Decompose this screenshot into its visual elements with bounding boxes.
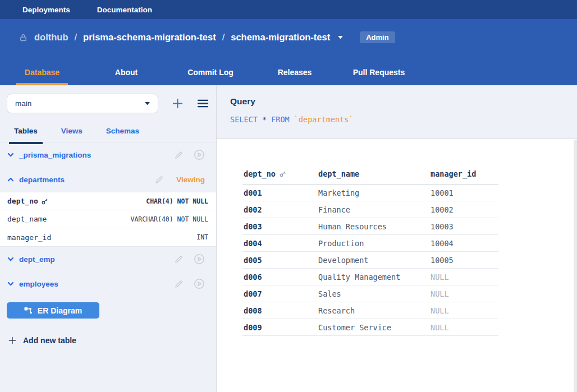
- table-cell: d003: [242, 218, 317, 235]
- table-cell: NULL: [429, 302, 498, 319]
- menu-icon[interactable]: [197, 99, 209, 108]
- add-new-table-button[interactable]: Add new table: [8, 336, 216, 345]
- sidebar-tabs: TablesViewsSchemas: [0, 127, 216, 142]
- chevron-down-icon[interactable]: [7, 255, 15, 263]
- main-content: Query SELECT * FROM `departments` dept_n…: [217, 85, 577, 392]
- table-cell: d006: [242, 269, 317, 285]
- table-cell: d008: [242, 302, 317, 319]
- column-header-manager-id[interactable]: manager_id: [429, 169, 498, 185]
- schema-column-row: dept_noCHAR(4) NOT NULL: [0, 192, 216, 210]
- table-cell: Sales: [317, 285, 429, 302]
- column-name: dept_no: [7, 197, 48, 205]
- column-name: manager_id: [7, 233, 51, 242]
- table-row: d004Production10004: [242, 235, 498, 252]
- breadcrumb-separator: /: [221, 32, 226, 43]
- admin-badge: Admin: [360, 31, 395, 43]
- table-cell: d009: [242, 319, 317, 336]
- table-cell: Production: [317, 235, 429, 252]
- table-row: d003Human Resources10003: [242, 218, 498, 235]
- table-cell: Human Resources: [317, 218, 429, 235]
- repo-tabs: DatabaseAboutCommit LogReleasesPull Requ…: [0, 68, 421, 85]
- sql-query[interactable]: SELECT * FROM `departments`: [230, 115, 577, 124]
- tab-about[interactable]: About: [84, 68, 168, 85]
- branch-selector-value: main: [15, 99, 31, 108]
- sidebar-tab-tables[interactable]: Tables: [14, 127, 38, 135]
- edit-pencil-icon[interactable]: [154, 175, 164, 185]
- table-cell: Quality Management: [317, 269, 429, 285]
- branch-selector[interactable]: main: [7, 94, 158, 113]
- tab-pull-requests[interactable]: Pull Requests: [337, 68, 421, 85]
- chevron-up-icon[interactable]: [7, 176, 15, 183]
- table-row-actions: [174, 253, 205, 265]
- edit-pencil-icon[interactable]: [174, 279, 184, 289]
- table-cell: NULL: [429, 269, 498, 285]
- schema-column-row: dept_nameVARCHAR(40) NOT NULL: [0, 210, 216, 228]
- table-row: d001Marketing10001: [242, 185, 498, 201]
- query-title: Query: [230, 96, 577, 107]
- tab-releases[interactable]: Releases: [253, 68, 337, 85]
- tab-commit-log[interactable]: Commit Log: [168, 68, 253, 85]
- table-cell: d004: [242, 235, 317, 252]
- column-header-label: manager_id: [431, 169, 476, 178]
- table-name[interactable]: dept_emp: [19, 255, 55, 264]
- table-cell: d007: [242, 285, 317, 302]
- play-circle-icon[interactable]: [194, 253, 205, 265]
- chevron-down-icon[interactable]: [337, 35, 344, 39]
- table-name[interactable]: departments: [19, 176, 65, 184]
- topnav-deployments[interactable]: Deployments: [22, 6, 70, 14]
- sql-token: SELECT: [230, 115, 258, 124]
- chevron-down-icon[interactable]: [7, 151, 15, 159]
- table-cell: d002: [242, 201, 317, 218]
- chevron-down-icon[interactable]: [7, 280, 15, 288]
- column-header-dept-name[interactable]: dept_name: [317, 169, 429, 185]
- schema-column-row: manager_idINT: [0, 228, 216, 246]
- edit-pencil-icon[interactable]: [174, 150, 184, 160]
- table-row-actions: [174, 278, 205, 289]
- column-name: dept_name: [7, 215, 47, 223]
- table-cell: NULL: [429, 319, 498, 336]
- table-name[interactable]: employees: [19, 280, 58, 288]
- chevron-down-icon: [144, 102, 150, 105]
- topnav-documentation[interactable]: Documentation: [97, 6, 152, 14]
- repo-header: dolthub / prisma-schema-migration-test /…: [0, 19, 577, 85]
- sidebar-tab-schemas[interactable]: Schemas: [106, 127, 139, 135]
- er-diagram-button[interactable]: ER Diagram: [7, 302, 99, 319]
- column-header-dept-no[interactable]: dept_no: [242, 169, 317, 185]
- plus-icon: [8, 336, 17, 345]
- table-row: d006Quality ManagementNULL: [242, 269, 498, 285]
- er-diagram-icon: [24, 307, 33, 315]
- new-branch-button[interactable]: [172, 98, 183, 109]
- sidebar-tab-views[interactable]: Views: [61, 127, 83, 135]
- play-circle-icon[interactable]: [194, 278, 205, 289]
- table-cell: 10002: [429, 201, 498, 218]
- table-cell: Research: [317, 302, 429, 319]
- top-navigation: Deployments Documentation: [0, 0, 577, 19]
- table-row-departments: departmentsViewing: [0, 167, 216, 192]
- sql-token: *: [262, 115, 267, 124]
- table-cell: d005: [242, 252, 317, 269]
- table-cell: Marketing: [317, 185, 429, 201]
- breadcrumb-database[interactable]: schema-migration-test: [231, 32, 330, 43]
- lock-icon: [19, 33, 28, 42]
- breadcrumb-separator: /: [73, 32, 78, 43]
- results-table: dept_nodept_namemanager_idd001Marketing1…: [242, 169, 498, 336]
- primary-key-icon: [280, 170, 286, 177]
- table-cell: 10001: [429, 185, 498, 201]
- breadcrumb-owner[interactable]: dolthub: [34, 32, 68, 43]
- breadcrumb-repo[interactable]: prisma-schema-migration-test: [83, 32, 216, 43]
- edit-pencil-icon[interactable]: [174, 255, 184, 264]
- table-name[interactable]: _prisma_migrations: [19, 151, 91, 159]
- sql-token: [267, 115, 271, 124]
- table-row: d002Finance10002: [242, 201, 498, 218]
- table-row: d009Customer ServiceNULL: [242, 319, 498, 336]
- table-cell: d001: [242, 185, 317, 201]
- primary-key-icon: [42, 198, 48, 205]
- play-circle-icon[interactable]: [194, 149, 205, 160]
- sql-token: FROM: [271, 115, 290, 124]
- table-row: d005Development10005: [242, 252, 498, 269]
- scrollbar[interactable]: [574, 140, 577, 392]
- tab-database[interactable]: Database: [0, 68, 84, 85]
- breadcrumb: dolthub / prisma-schema-migration-test /…: [0, 19, 577, 43]
- table-row: d008ResearchNULL: [242, 302, 498, 319]
- table-row-prisma-migrations: _prisma_migrations: [0, 142, 216, 167]
